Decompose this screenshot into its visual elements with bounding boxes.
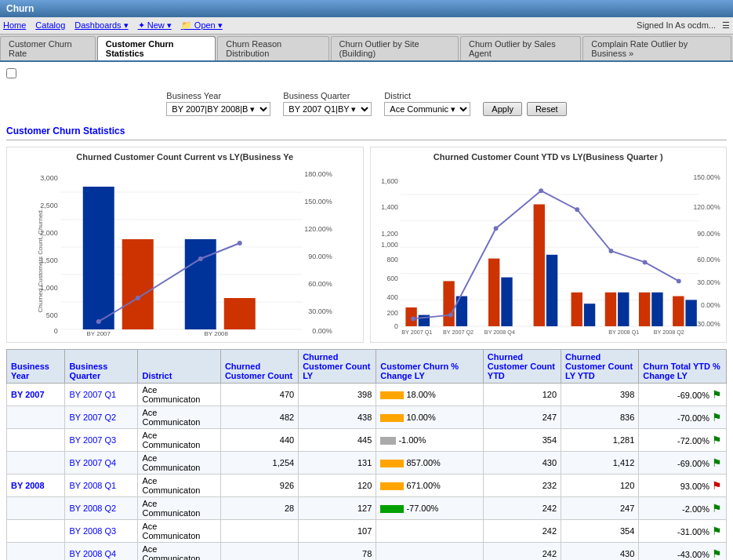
tab-churn-outlier-sales[interactable]: Churn Outlier by Sales Agent (460, 36, 581, 60)
svg-text:60.00%: 60.00% (697, 256, 720, 264)
svg-text:150.00%: 150.00% (693, 173, 720, 181)
cell-ytd: 354 (483, 429, 561, 452)
business-year-select[interactable]: BY 2007|BY 2008|B ▾ (166, 102, 270, 116)
cell-count-ly: 127 (299, 497, 376, 520)
tab-churn-outlier-site[interactable]: Churn Outlier by Site (Building) (331, 36, 459, 60)
th-district: District (138, 350, 220, 384)
svg-text:120.00%: 120.00% (304, 225, 332, 233)
chart1-area: 3,000 2,500 2,000 1,500 1,000 500 0 180.… (12, 165, 358, 337)
table-row: BY 2007 Q2 Ace Communicaton 482 438 10.0… (7, 406, 727, 429)
svg-text:BY 2007 Q1: BY 2007 Q1 (401, 329, 432, 336)
nav-catalog[interactable]: Catalog (35, 20, 65, 31)
svg-text:30.00%: 30.00% (308, 307, 332, 315)
flag-icon: ⚑ (712, 411, 722, 424)
cell-quarter: BY 2007 Q3 (65, 429, 138, 452)
nav-new[interactable]: ✦ New ▾ (138, 20, 172, 31)
chart2-title: Churned Customer Count YTD vs LY(Busines… (376, 152, 722, 162)
chart1-container: Churned Customer Count Current vs LY(Bus… (6, 147, 364, 343)
svg-text:90.00%: 90.00% (697, 230, 720, 238)
nav-home[interactable]: Home (3, 20, 26, 31)
nav-open[interactable]: 📁 Open ▾ (181, 20, 223, 31)
svg-text:0.00%: 0.00% (312, 327, 332, 335)
charts-row: Churned Customer Count Current vs LY(Bus… (6, 147, 727, 343)
cell-change-pct: -1.00% (376, 429, 483, 452)
district-label: District (384, 91, 470, 100)
title-bar: Churn (0, 0, 733, 17)
top-nav: Home Catalog Dashboards ▾ ✦ New ▾ 📁 Open… (0, 17, 733, 35)
cell-ytd: 242 (483, 520, 561, 543)
cell-count-ly: 398 (299, 384, 376, 406)
svg-text:0.00%: 0.00% (701, 301, 720, 309)
svg-rect-64 (618, 293, 629, 326)
svg-text:180.00%: 180.00% (304, 170, 332, 178)
cell-change-pct (376, 520, 483, 543)
reset-button[interactable]: Reset (527, 102, 567, 116)
business-year-label: Business Year (166, 91, 270, 100)
svg-text:1,000: 1,000 (381, 241, 398, 249)
cell-ly-ytd: 398 (561, 384, 639, 406)
cell-ly-ytd: 1,412 (561, 452, 639, 475)
svg-point-74 (608, 249, 613, 253)
svg-text:120.00%: 120.00% (693, 203, 720, 211)
apply-button[interactable]: Apply (483, 102, 522, 116)
th-churn-total-ytd: Churn Total YTD % Change LY (639, 350, 727, 384)
svg-text:BY 2008 Q2: BY 2008 Q2 (653, 329, 684, 336)
tabs-bar: Customer Churn Rate Customer Churn Stati… (0, 35, 733, 62)
svg-rect-67 (673, 296, 684, 326)
business-quarter-label: Business Quarter (283, 91, 372, 100)
cell-year (7, 452, 65, 475)
filter-bar: Business Year BY 2007|BY 2008|B ▾ Busine… (6, 85, 727, 122)
cell-count (220, 543, 298, 561)
svg-point-27 (238, 241, 242, 245)
cell-year: BY 2008 (7, 475, 65, 497)
svg-text:Churned Customers Count, Churn: Churned Customers Count, Churned... (37, 205, 44, 313)
cell-ytd-change: -72.00% ⚑ (639, 429, 727, 452)
flag-icon: ⚑ (712, 388, 722, 401)
cell-ytd: 242 (483, 543, 561, 561)
cell-ly-ytd: 1,281 (561, 429, 639, 452)
th-churned-ly-ytd: Churned Customer Count LY YTD (561, 350, 639, 384)
cell-count: 1,254 (220, 452, 298, 475)
svg-rect-65 (638, 293, 649, 326)
svg-text:30.00%: 30.00% (697, 278, 720, 286)
th-business-year: Business Year (7, 350, 65, 384)
tab-complain-rate[interactable]: Complain Rate Outlier by Business » (582, 36, 731, 60)
cell-count: 440 (220, 429, 298, 452)
checkbox-row (6, 68, 727, 80)
nav-dashboards[interactable]: Dashboards ▾ (74, 20, 128, 31)
chart2-area: 1,600 1,400 1,200 1,000 800 600 400 200 … (376, 165, 722, 337)
svg-text:400: 400 (386, 293, 398, 301)
svg-text:0: 0 (54, 327, 58, 335)
main-checkbox[interactable] (6, 68, 16, 78)
business-quarter-select[interactable]: BY 2007 Q1|BY ▾ (283, 102, 372, 116)
cell-count-ly: 78 (299, 543, 376, 561)
svg-rect-22 (185, 239, 216, 329)
cell-count: 470 (220, 384, 298, 406)
table-header-row: Business Year Business Quarter District … (7, 350, 727, 384)
cell-ytd-change: -70.00% ⚑ (639, 406, 727, 429)
district-select[interactable]: Ace Communic ▾ (384, 102, 470, 116)
table-row: BY 2008 Q2 Ace Communicaton 28 127 -77.0… (7, 497, 727, 520)
cell-count: 482 (220, 406, 298, 429)
cell-ytd-change: -69.00% ⚑ (639, 452, 727, 475)
tab-customer-churn-statistics[interactable]: Customer Churn Statistics (97, 36, 216, 60)
th-churned-ytd: Churned Customer Count YTD (483, 350, 561, 384)
signed-in-label: Signed In As ocdm... (637, 20, 716, 31)
cell-count: 28 (220, 497, 298, 520)
svg-rect-66 (651, 293, 662, 326)
svg-point-75 (642, 260, 647, 265)
cell-district: Ace Communicaton (138, 520, 220, 543)
svg-point-73 (575, 207, 579, 212)
tab-churn-reason-distribution[interactable]: Churn Reason Distribution (217, 36, 328, 60)
th-business-quarter: Business Quarter (65, 350, 138, 384)
cell-ytd-change: 93.00% ⚑ (639, 475, 727, 497)
svg-point-72 (539, 188, 543, 193)
svg-rect-58 (501, 278, 512, 326)
svg-rect-61 (571, 293, 582, 326)
cell-district: Ace Communicaton (138, 384, 220, 406)
tab-customer-churn-rate[interactable]: Customer Churn Rate (0, 36, 96, 60)
cell-ytd: 232 (483, 475, 561, 497)
menu-icon[interactable]: ☰ (722, 20, 730, 31)
cell-ly-ytd: 354 (561, 520, 639, 543)
svg-text:60.00%: 60.00% (308, 280, 332, 288)
